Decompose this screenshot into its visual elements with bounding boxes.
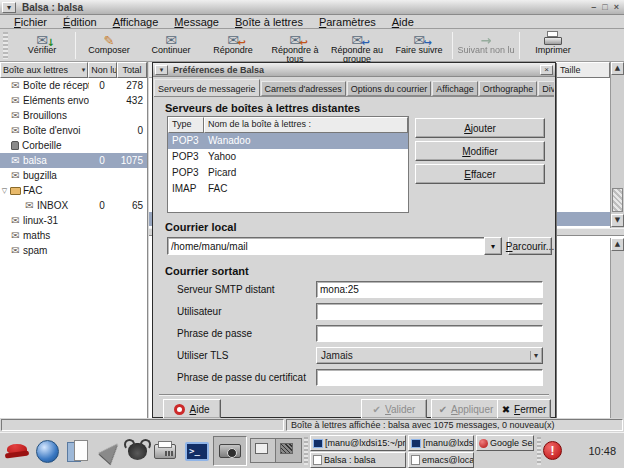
mailbox-row-sent[interactable]: ✉ Éléments envoyés 432 <box>0 93 147 108</box>
toolbar-next-unread-button[interactable]: → Suivant non lu <box>455 30 517 61</box>
help-button[interactable]: Aide <box>163 399 221 419</box>
mailbox-row-linux31[interactable]: ✉ linux-31 <box>0 213 147 228</box>
toolbar-verify-button[interactable]: ✉↓ Vérifier <box>11 30 73 61</box>
desktop: ▾ Balsa : balsa – □ × Fichier Édition Af… <box>0 0 624 468</box>
type-column-header[interactable]: Type <box>168 117 204 133</box>
terminal-icon[interactable]: >_ <box>182 436 212 466</box>
tasklist-grip[interactable] <box>304 437 308 465</box>
workspace-1[interactable] <box>251 439 276 462</box>
mailbox-row-fac[interactable]: ▽ FAC <box>0 183 147 198</box>
size-column-header[interactable]: Taille <box>556 62 610 78</box>
scrollbar-thumb[interactable] <box>612 188 623 212</box>
taskbar-window-google[interactable]: Google Search: taking <box>476 435 534 451</box>
server-row-yahoo[interactable]: POP3 Yahoo <box>168 149 408 165</box>
tray-grip[interactable] <box>537 437 541 465</box>
menu-parametres[interactable]: Paramètres <box>311 16 384 28</box>
mailbox-row-balsa[interactable]: ✉ balsa 0 1075 <box>0 153 147 168</box>
toolbar-forward-button[interactable]: ✉↪ Faire suivre <box>388 30 450 61</box>
apply-button[interactable]: ✔Appliquer <box>431 399 501 419</box>
tab-orthographe[interactable]: Orthographe <box>479 81 538 96</box>
minimize-icon[interactable]: – <box>591 1 596 14</box>
taskbar-window-terminal1[interactable]: [manu@lxdsi15:~/prog <box>310 435 406 451</box>
modify-server-button[interactable]: Modifier <box>415 141 545 161</box>
scroll-up-icon[interactable]: ▲ <box>611 238 624 251</box>
passphrase-input[interactable] <box>316 325 543 342</box>
passphrase-label: Phrase de passe <box>177 325 252 342</box>
browse-button[interactable]: Parcourir... <box>508 237 552 255</box>
close-dialog-button[interactable]: ✖Fermer <box>497 399 551 419</box>
dialog-close-button[interactable]: × <box>540 65 553 75</box>
menu-boite-a-lettres[interactable]: Boîte à lettres <box>227 16 311 28</box>
menu-message[interactable]: Message <box>166 16 227 28</box>
menu-edition[interactable]: Édition <box>55 16 105 28</box>
toolbar-reply-group-button[interactable]: ✉↩ Répondre au groupe <box>326 30 388 61</box>
menu-fichier[interactable]: Fichier <box>6 16 55 28</box>
server-row-picard[interactable]: POP3 Picard <box>168 165 408 181</box>
scroll-up-icon[interactable]: ▲ <box>611 62 624 75</box>
office-documents-icon[interactable] <box>62 436 92 466</box>
workspace-2[interactable] <box>276 439 301 462</box>
shade-icon: ▾ <box>160 66 164 73</box>
alert-notification-icon[interactable]: ! <box>543 441 562 460</box>
tab-carnets-adresses[interactable]: Carnets d'adresses <box>261 81 346 96</box>
toolbar-reply-button[interactable]: ✉↩ Répondre <box>202 30 264 61</box>
scroll-down-icon[interactable]: ▼ <box>611 214 624 227</box>
smtp-server-input[interactable] <box>316 281 543 298</box>
workspace-switcher[interactable] <box>250 438 302 463</box>
message-list-scrollbar[interactable]: ▲ ▼ <box>610 62 624 228</box>
mailbox-row-bugzilla[interactable]: ✉ bugzilla <box>0 168 147 183</box>
close-icon[interactable]: × <box>614 1 619 14</box>
mailbox-row-trash[interactable]: Corbeille <box>0 138 147 153</box>
mailbox-row-inbox[interactable]: ✉ Boîte de réception 0 278 <box>0 78 147 93</box>
menu-affichage[interactable]: Affichage <box>105 16 167 28</box>
use-tls-value: Jamais <box>321 350 353 361</box>
server-row-fac[interactable]: IMAP FAC <box>168 181 408 197</box>
fax-printer-icon[interactable] <box>150 436 180 466</box>
gnu-icon[interactable] <box>122 436 152 466</box>
redhat-menu-icon[interactable] <box>2 436 32 466</box>
user-input[interactable] <box>316 303 543 320</box>
mailbox-icon: ✉ <box>23 200 36 211</box>
statusbar-progress <box>1 419 284 431</box>
mailbox-row-spam[interactable]: ✉ spam <box>0 243 147 258</box>
delete-server-button[interactable]: Effacer <box>415 164 545 184</box>
local-mail-dropdown-button[interactable]: ▾ <box>484 237 502 255</box>
window-shade-button[interactable]: ▾ <box>2 2 16 13</box>
mailbox-row-maths[interactable]: ✉ maths <box>0 228 147 243</box>
taskbar-clock: 10:48 <box>588 433 616 468</box>
tab-affichage[interactable]: Affichage <box>432 81 477 96</box>
taskbar-window-balsa[interactable]: Balsa : balsa <box>310 452 406 468</box>
dialog-shade-button[interactable]: ▾ <box>155 65 168 75</box>
preferences-dialog: ▾ Préférences de Balsa × Serveurs de mes… <box>152 62 556 418</box>
toolbar-grip[interactable] <box>3 32 8 59</box>
mailbox-row-drafts[interactable]: ✉ Brouillons <box>0 108 147 123</box>
menu-aide[interactable]: Aide <box>384 16 422 28</box>
unread-column-header[interactable]: Non lu <box>88 62 117 78</box>
tab-serveurs-de-messagerie[interactable]: Serveurs de messagerie <box>154 79 260 97</box>
mailbox-row-outbox[interactable]: ✉ Boîte d'envoi 0 <box>0 123 147 138</box>
preview-scrollbar[interactable]: ▲ <box>610 238 624 418</box>
taskbar-window-emacs[interactable]: emacs@localhost.loc <box>408 452 474 468</box>
cert-passphrase-input[interactable] <box>316 369 543 386</box>
tab-options-du-courrier[interactable]: Options du courrier <box>347 81 432 96</box>
maximize-icon[interactable]: □ <box>602 1 607 14</box>
toolbar-compose-button[interactable]: ✎ Composer <box>78 30 140 61</box>
mailbox-row-fac-inbox[interactable]: ✉ INBOX 0 65 <box>0 198 147 213</box>
toolbar-reply-all-button[interactable]: ✉↩ Répondre à tous <box>264 30 326 61</box>
sort-dropdown-icon[interactable]: ▾ <box>82 63 86 77</box>
total-column-header[interactable]: Total <box>117 62 147 78</box>
local-mail-path-input[interactable] <box>167 237 485 255</box>
name-column-header[interactable]: Nom de la boîte à lettres : <box>204 117 408 133</box>
use-tls-select[interactable]: Jamais ▾ <box>316 347 543 364</box>
toolbar-continue-button[interactable]: ✉ Continuer <box>140 30 202 61</box>
toolbar-print-button[interactable]: Imprimer <box>522 30 584 61</box>
taskbar-window-terminal2[interactable]: [manu@lxdsi15:~/ma <box>408 435 474 451</box>
mailbox-column-header[interactable]: Boîte aux lettres ▾ <box>0 62 88 78</box>
ok-button[interactable]: ✔Valider <box>361 399 427 419</box>
screenshot-camera-icon[interactable] <box>213 436 247 466</box>
server-row-wanadoo[interactable]: POP3 Wanadoo <box>168 133 408 149</box>
tab-divers[interactable]: Divers <box>538 81 554 96</box>
add-server-button[interactable]: Ajouter <box>415 118 545 138</box>
web-browser-icon[interactable] <box>32 436 62 466</box>
expander-icon[interactable]: ▽ <box>0 187 9 195</box>
